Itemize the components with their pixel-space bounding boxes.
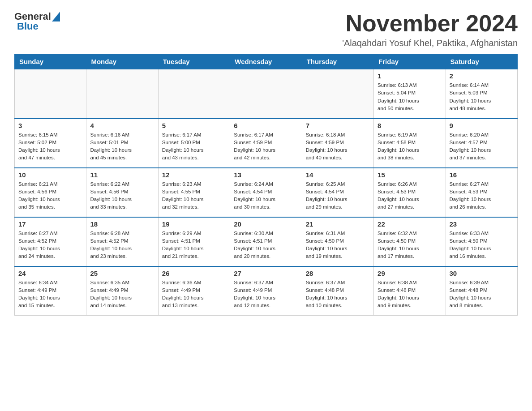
calendar-cell: 23Sunrise: 6:33 AM Sunset: 4:50 PM Dayli… — [446, 217, 517, 266]
calendar-cell: 1Sunrise: 6:13 AM Sunset: 5:04 PM Daylig… — [374, 69, 446, 119]
day-info: Sunrise: 6:30 AM Sunset: 4:51 PM Dayligh… — [234, 230, 298, 261]
calendar-cell: 3Sunrise: 6:15 AM Sunset: 5:02 PM Daylig… — [15, 119, 86, 168]
calendar-cell: 11Sunrise: 6:22 AM Sunset: 4:56 PM Dayli… — [86, 168, 158, 217]
calendar-cell: 7Sunrise: 6:18 AM Sunset: 4:59 PM Daylig… — [302, 119, 373, 168]
calendar-cell: 21Sunrise: 6:31 AM Sunset: 4:50 PM Dayli… — [302, 217, 373, 266]
day-info: Sunrise: 6:15 AM Sunset: 5:02 PM Dayligh… — [18, 131, 82, 162]
day-info: Sunrise: 6:16 AM Sunset: 5:01 PM Dayligh… — [90, 131, 154, 162]
day-number: 6 — [234, 122, 298, 129]
day-number: 23 — [450, 220, 514, 228]
svg-marker-0 — [52, 12, 60, 21]
day-info: Sunrise: 6:14 AM Sunset: 5:03 PM Dayligh… — [450, 81, 514, 112]
day-info: Sunrise: 6:27 AM Sunset: 4:52 PM Dayligh… — [18, 230, 82, 261]
day-info: Sunrise: 6:37 AM Sunset: 4:49 PM Dayligh… — [234, 279, 298, 310]
calendar-week-row: 17Sunrise: 6:27 AM Sunset: 4:52 PM Dayli… — [15, 217, 518, 266]
calendar-cell: 20Sunrise: 6:30 AM Sunset: 4:51 PM Dayli… — [230, 217, 302, 266]
calendar-cell: 5Sunrise: 6:17 AM Sunset: 5:00 PM Daylig… — [158, 119, 230, 168]
calendar-cell: 26Sunrise: 6:36 AM Sunset: 4:49 PM Dayli… — [158, 266, 230, 316]
day-info: Sunrise: 6:13 AM Sunset: 5:04 PM Dayligh… — [378, 81, 442, 112]
calendar-cell: 4Sunrise: 6:16 AM Sunset: 5:01 PM Daylig… — [86, 119, 158, 168]
day-info: Sunrise: 6:29 AM Sunset: 4:51 PM Dayligh… — [162, 230, 226, 261]
logo-triangle-icon — [52, 12, 60, 21]
calendar-cell: 25Sunrise: 6:35 AM Sunset: 4:49 PM Dayli… — [86, 266, 158, 316]
day-info: Sunrise: 6:20 AM Sunset: 4:57 PM Dayligh… — [450, 131, 514, 162]
day-info: Sunrise: 6:22 AM Sunset: 4:56 PM Dayligh… — [90, 180, 154, 211]
calendar-cell — [302, 69, 373, 119]
day-info: Sunrise: 6:17 AM Sunset: 4:59 PM Dayligh… — [234, 131, 298, 162]
day-number: 15 — [378, 171, 442, 179]
day-info: Sunrise: 6:24 AM Sunset: 4:54 PM Dayligh… — [234, 180, 298, 211]
calendar-cell — [15, 69, 86, 119]
calendar-cell: 29Sunrise: 6:38 AM Sunset: 4:48 PM Dayli… — [374, 266, 446, 316]
day-number: 27 — [234, 270, 298, 277]
calendar-cell: 30Sunrise: 6:39 AM Sunset: 4:48 PM Dayli… — [446, 266, 517, 316]
day-number: 9 — [450, 122, 514, 129]
day-number: 28 — [306, 270, 370, 277]
location-text: 'Alaqahdari Yosuf Khel, Paktika, Afghani… — [342, 38, 518, 48]
column-header-wednesday: Wednesday — [230, 54, 302, 69]
calendar-cell: 14Sunrise: 6:25 AM Sunset: 4:54 PM Dayli… — [302, 168, 373, 217]
day-info: Sunrise: 6:31 AM Sunset: 4:50 PM Dayligh… — [306, 230, 370, 261]
calendar-cell: 28Sunrise: 6:37 AM Sunset: 4:48 PM Dayli… — [302, 266, 373, 316]
day-number: 26 — [162, 270, 226, 277]
day-info: Sunrise: 6:21 AM Sunset: 4:56 PM Dayligh… — [18, 180, 82, 211]
calendar-cell: 10Sunrise: 6:21 AM Sunset: 4:56 PM Dayli… — [15, 168, 86, 217]
calendar-cell: 16Sunrise: 6:27 AM Sunset: 4:53 PM Dayli… — [446, 168, 517, 217]
column-header-saturday: Saturday — [446, 54, 517, 69]
day-info: Sunrise: 6:26 AM Sunset: 4:53 PM Dayligh… — [378, 180, 442, 211]
day-info: Sunrise: 6:23 AM Sunset: 4:55 PM Dayligh… — [162, 180, 226, 211]
calendar-cell — [86, 69, 158, 119]
day-info: Sunrise: 6:17 AM Sunset: 5:00 PM Dayligh… — [162, 131, 226, 162]
day-number: 29 — [378, 270, 442, 277]
day-number: 17 — [18, 220, 82, 228]
day-number: 18 — [90, 220, 154, 228]
day-number: 11 — [90, 171, 154, 179]
day-number: 1 — [378, 72, 442, 80]
calendar-cell: 15Sunrise: 6:26 AM Sunset: 4:53 PM Dayli… — [374, 168, 446, 217]
day-number: 30 — [450, 270, 514, 277]
calendar-cell: 13Sunrise: 6:24 AM Sunset: 4:54 PM Dayli… — [230, 168, 302, 217]
logo-blue-text: Blue — [17, 21, 39, 32]
calendar-cell: 24Sunrise: 6:34 AM Sunset: 4:49 PM Dayli… — [15, 266, 86, 316]
day-number: 3 — [18, 122, 82, 129]
calendar-week-row: 3Sunrise: 6:15 AM Sunset: 5:02 PM Daylig… — [15, 119, 518, 168]
day-number: 14 — [306, 171, 370, 179]
day-info: Sunrise: 6:36 AM Sunset: 4:49 PM Dayligh… — [162, 279, 226, 310]
day-number: 22 — [378, 220, 442, 228]
day-number: 21 — [306, 220, 370, 228]
calendar-cell — [158, 69, 230, 119]
calendar-cell: 6Sunrise: 6:17 AM Sunset: 4:59 PM Daylig… — [230, 119, 302, 168]
calendar-cell: 12Sunrise: 6:23 AM Sunset: 4:55 PM Dayli… — [158, 168, 230, 217]
day-number: 4 — [90, 122, 154, 129]
calendar-cell: 19Sunrise: 6:29 AM Sunset: 4:51 PM Dayli… — [158, 217, 230, 266]
day-info: Sunrise: 6:28 AM Sunset: 4:52 PM Dayligh… — [90, 230, 154, 261]
day-info: Sunrise: 6:37 AM Sunset: 4:48 PM Dayligh… — [306, 279, 370, 310]
day-number: 24 — [18, 270, 82, 277]
column-header-friday: Friday — [374, 54, 446, 69]
calendar-week-row: 10Sunrise: 6:21 AM Sunset: 4:56 PM Dayli… — [15, 168, 518, 217]
day-number: 13 — [234, 171, 298, 179]
day-info: Sunrise: 6:35 AM Sunset: 4:49 PM Dayligh… — [90, 279, 154, 310]
calendar-cell — [230, 69, 302, 119]
day-number: 25 — [90, 270, 154, 277]
day-number: 8 — [378, 122, 442, 129]
day-info: Sunrise: 6:19 AM Sunset: 4:58 PM Dayligh… — [378, 131, 442, 162]
day-number: 12 — [162, 171, 226, 179]
day-number: 19 — [162, 220, 226, 228]
calendar-cell: 8Sunrise: 6:19 AM Sunset: 4:58 PM Daylig… — [374, 119, 446, 168]
column-header-monday: Monday — [86, 54, 158, 69]
day-number: 5 — [162, 122, 226, 129]
calendar-cell: 18Sunrise: 6:28 AM Sunset: 4:52 PM Dayli… — [86, 217, 158, 266]
day-info: Sunrise: 6:32 AM Sunset: 4:50 PM Dayligh… — [378, 230, 442, 261]
day-number: 2 — [450, 72, 514, 80]
calendar-cell: 9Sunrise: 6:20 AM Sunset: 4:57 PM Daylig… — [446, 119, 517, 168]
day-number: 16 — [450, 171, 514, 179]
title-section: November 2024 'Alaqahdari Yosuf Khel, Pa… — [342, 11, 518, 48]
day-info: Sunrise: 6:33 AM Sunset: 4:50 PM Dayligh… — [450, 230, 514, 261]
column-header-thursday: Thursday — [302, 54, 373, 69]
day-info: Sunrise: 6:39 AM Sunset: 4:48 PM Dayligh… — [450, 279, 514, 310]
logo: General Blue — [14, 11, 60, 32]
calendar-week-row: 1Sunrise: 6:13 AM Sunset: 5:04 PM Daylig… — [15, 69, 518, 119]
day-number: 10 — [18, 171, 82, 179]
column-header-tuesday: Tuesday — [158, 54, 230, 69]
